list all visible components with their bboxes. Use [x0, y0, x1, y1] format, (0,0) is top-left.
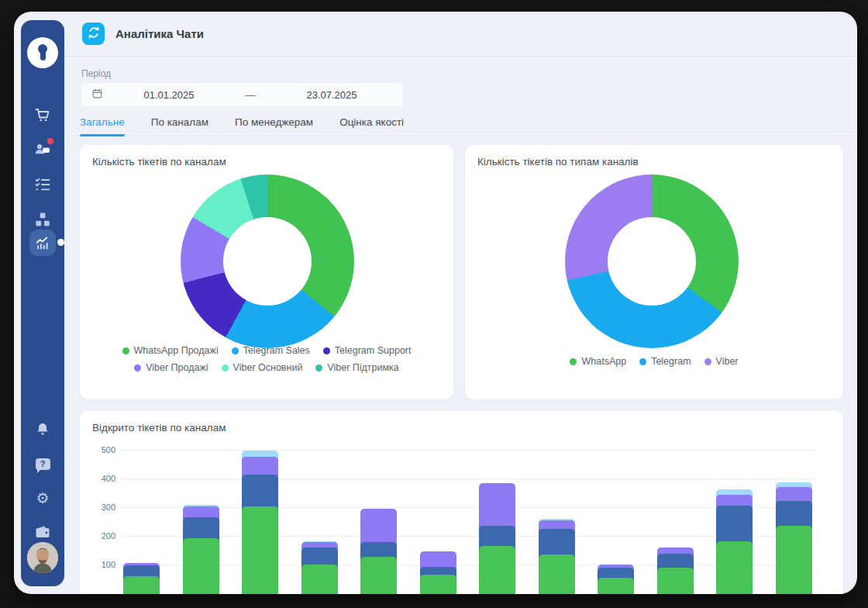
sidebar: ? ⚙ — [21, 20, 64, 586]
legend-label: WhatsApp Продажі — [134, 345, 219, 356]
analytics-icon — [33, 233, 52, 252]
tabs: Загальне По каналам По менеджерам Оцінка… — [64, 116, 857, 136]
legend-label: Telegram — [651, 356, 691, 367]
bar-segment-segment-green — [657, 568, 694, 594]
legend-label: Viber Підтримка — [327, 362, 398, 373]
legend-row: WhatsApp ПродажіTelegram SalesTelegram S… — [122, 345, 412, 356]
bar-segment-segment-green — [420, 575, 456, 594]
gear-icon: ⚙ — [36, 491, 49, 506]
legend-item[interactable]: Viber Продажі — [134, 362, 208, 373]
bar-segment-segment-green — [301, 565, 338, 594]
sidebar-item-notifications[interactable] — [29, 416, 56, 443]
sidebar-item-billing[interactable] — [29, 519, 56, 545]
sidebar-item-structure[interactable] — [29, 206, 56, 233]
tab-ocinka-yakosti[interactable]: Оцінка якості — [339, 116, 404, 136]
bar-segment-segment-green — [242, 506, 278, 594]
y-axis-tick-label: 400 — [84, 474, 115, 483]
period-label: Період — [81, 68, 857, 79]
chart-legend: WhatsAppTelegramViber — [465, 356, 843, 367]
org-structure-icon — [33, 210, 52, 229]
sidebar-item-analytics[interactable] — [29, 230, 56, 256]
app-window: ? ⚙ — [14, 12, 857, 594]
bar-segment-segment-green — [123, 576, 160, 594]
calendar-icon — [91, 88, 103, 102]
sidebar-item-contacts[interactable] — [29, 136, 56, 162]
legend-dot — [570, 358, 577, 365]
sidebar-item-help[interactable]: ? — [29, 451, 56, 477]
bell-icon — [33, 420, 52, 439]
bar-segment-segment-green — [539, 554, 575, 594]
stacked-bar — [183, 411, 219, 593]
user-avatar[interactable] — [27, 542, 58, 573]
legend-item[interactable]: WhatsApp Продажі — [122, 345, 219, 356]
active-item-dot — [57, 239, 64, 246]
refresh-button[interactable] — [82, 22, 105, 45]
card-tickets-by-channel-type: Кількість тікетів по типам каналів Whats… — [465, 145, 843, 399]
card-title: Кількість тікетів по типам каналів — [465, 145, 843, 168]
donut-hole — [223, 217, 312, 306]
stacked-bar — [301, 411, 338, 593]
legend-item[interactable]: Telegram Support — [323, 345, 412, 356]
bars-container — [123, 411, 812, 593]
sidebar-item-settings[interactable]: ⚙ — [29, 485, 56, 511]
sidebar-item-orders[interactable] — [29, 102, 56, 128]
wallet-icon — [33, 523, 52, 541]
date-range-picker[interactable]: 01.01.2025 — 23.07.2025 — [81, 83, 403, 106]
legend-item[interactable]: Telegram — [639, 356, 691, 367]
tab-po-menedzheram[interactable]: По менеджерам — [235, 116, 313, 136]
stacked-bar — [360, 411, 397, 593]
card-open-tickets-by-channel: Відкрито тікетів по каналам 100200300400… — [80, 411, 843, 594]
bar-segment-segment-green — [776, 526, 812, 594]
y-axis-tick-label: 100 — [84, 560, 115, 569]
cart-icon — [33, 105, 52, 124]
y-axis-tick-label: 300 — [84, 503, 115, 512]
stacked-bar — [479, 411, 515, 593]
chart-legend: WhatsApp ПродажіTelegram SalesTelegram S… — [80, 345, 453, 373]
legend-dot — [315, 364, 322, 371]
stacked-bar — [123, 411, 160, 593]
legend-item[interactable]: Viber Основний — [222, 362, 303, 373]
logo-keyhole-icon — [38, 44, 47, 54]
legend-row: Viber ПродажіViber ОсновнийViber Підтрим… — [134, 362, 399, 373]
card-tickets-by-channel: Кількість тікетів по каналам WhatsApp Пр… — [80, 145, 453, 399]
date-to-value[interactable]: 23.07.2025 — [266, 89, 398, 101]
legend-row: WhatsAppTelegramViber — [570, 356, 738, 367]
legend-dot — [134, 364, 141, 371]
y-axis-tick-label: 200 — [84, 531, 115, 541]
refresh-icon — [85, 24, 102, 43]
stacked-bar — [776, 411, 812, 593]
main-area: Аналітика Чати Період 01.01.2025 — 23.07… — [64, 12, 857, 594]
legend-label: Telegram Support — [335, 345, 412, 356]
bar-segment-segment-green — [716, 541, 753, 594]
legend-dot — [122, 347, 129, 354]
card-title: Кількість тікетів по каналам — [80, 145, 453, 168]
legend-label: Viber Продажі — [146, 362, 208, 373]
bar-segment-segment-green — [598, 578, 634, 594]
donut-chart-tickets-by-channel — [181, 174, 354, 348]
legend-item[interactable]: Viber Підтримка — [315, 362, 398, 373]
date-from-value[interactable]: 01.01.2025 — [103, 89, 235, 101]
legend-label: WhatsApp — [581, 356, 626, 367]
bar-segment-segment-green — [360, 557, 397, 594]
stacked-bar — [242, 411, 278, 593]
legend-item[interactable]: Telegram Sales — [232, 345, 310, 356]
tab-po-kanalam[interactable]: По каналам — [151, 116, 208, 136]
stacked-bar — [420, 411, 456, 593]
tab-zagalne[interactable]: Загальне — [80, 116, 125, 136]
page-header: Аналітика Чати — [64, 12, 857, 57]
legend-label: Viber Основний — [233, 362, 303, 373]
help-icon: ? — [36, 458, 50, 470]
y-axis-tick-label: 500 — [84, 445, 115, 454]
stacked-bar — [539, 411, 575, 593]
legend-item[interactable]: Viber — [704, 356, 739, 367]
sidebar-item-tasks[interactable] — [29, 171, 56, 198]
stacked-bar — [716, 411, 753, 593]
donut-chart-tickets-by-channel-type — [565, 174, 739, 348]
period-filter: Період 01.01.2025 — 23.07.2025 — [81, 68, 857, 106]
legend-item[interactable]: WhatsApp — [570, 356, 626, 367]
legend-dot — [639, 358, 646, 365]
notification-red-dot — [47, 138, 53, 144]
legend-dot — [323, 347, 330, 354]
legend-label: Viber — [716, 356, 739, 367]
app-logo[interactable] — [27, 37, 58, 68]
